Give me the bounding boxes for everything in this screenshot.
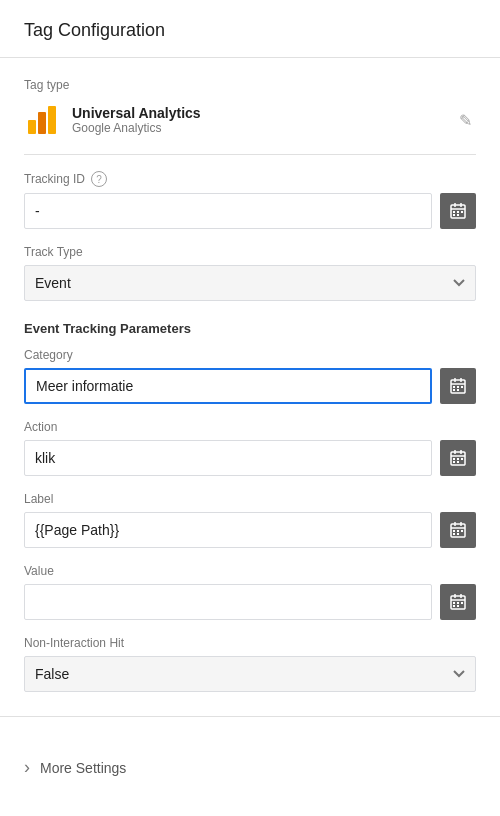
- tracking-id-label: Tracking ID ?: [24, 171, 476, 187]
- svg-rect-10: [453, 214, 455, 216]
- label-label: Label: [24, 492, 476, 506]
- label-input[interactable]: [24, 512, 432, 548]
- svg-rect-25: [453, 458, 455, 460]
- svg-rect-8: [457, 211, 459, 213]
- svg-rect-17: [457, 386, 459, 388]
- tag-type-row: Universal Analytics Google Analytics ✎: [24, 102, 476, 138]
- tracking-id-group: Tracking ID ?: [24, 171, 476, 229]
- svg-rect-38: [457, 533, 459, 535]
- more-settings-row[interactable]: › More Settings: [0, 741, 500, 794]
- svg-rect-19: [453, 389, 455, 391]
- tracking-id-input-row: [24, 193, 476, 229]
- calendar-icon: [449, 202, 467, 220]
- category-input-row: [24, 368, 476, 404]
- label-input-row: [24, 512, 476, 548]
- tracking-id-help-icon[interactable]: ?: [91, 171, 107, 187]
- calendar-icon: [449, 377, 467, 395]
- action-input-row: [24, 440, 476, 476]
- non-interaction-label: Non-Interaction Hit: [24, 636, 476, 650]
- analytics-icon: [24, 102, 60, 138]
- label-group: Label: [24, 492, 476, 548]
- more-settings-label: More Settings: [40, 760, 126, 776]
- calendar-icon: [449, 593, 467, 611]
- divider-1: [24, 154, 476, 155]
- svg-rect-9: [461, 211, 463, 213]
- value-calendar-button[interactable]: [440, 584, 476, 620]
- bottom-divider-1: [0, 716, 500, 717]
- tracking-id-input[interactable]: [24, 193, 432, 229]
- svg-rect-43: [453, 602, 455, 604]
- calendar-icon: [449, 449, 467, 467]
- page-header: Tag Configuration: [0, 0, 500, 58]
- calendar-icon: [449, 521, 467, 539]
- svg-rect-0: [28, 120, 36, 134]
- action-group: Action: [24, 420, 476, 476]
- svg-rect-45: [461, 602, 463, 604]
- tag-name: Universal Analytics: [72, 105, 443, 121]
- non-interaction-group: Non-Interaction Hit False True: [24, 636, 476, 692]
- svg-rect-47: [457, 605, 459, 607]
- category-calendar-button[interactable]: [440, 368, 476, 404]
- value-group: Value: [24, 564, 476, 620]
- main-content: Tag type Universal Analytics Google Anal…: [0, 78, 500, 692]
- label-calendar-button[interactable]: [440, 512, 476, 548]
- svg-rect-7: [453, 211, 455, 213]
- tag-configuration-page: Tag Configuration Tag type Universal Ana…: [0, 0, 500, 816]
- svg-rect-36: [461, 530, 463, 532]
- action-input[interactable]: [24, 440, 432, 476]
- svg-rect-1: [38, 112, 46, 134]
- event-tracking-title: Event Tracking Parameters: [24, 321, 476, 336]
- action-calendar-button[interactable]: [440, 440, 476, 476]
- svg-rect-16: [453, 386, 455, 388]
- svg-rect-34: [453, 530, 455, 532]
- tracking-id-calendar-button[interactable]: [440, 193, 476, 229]
- svg-rect-26: [457, 458, 459, 460]
- svg-rect-35: [457, 530, 459, 532]
- track-type-input-row: Event Page View Transaction Item Social …: [24, 265, 476, 301]
- tag-subtitle: Google Analytics: [72, 121, 443, 135]
- svg-rect-37: [453, 533, 455, 535]
- more-settings-chevron-icon: ›: [24, 757, 30, 778]
- category-input[interactable]: [24, 368, 432, 404]
- svg-rect-20: [457, 389, 459, 391]
- edit-icon[interactable]: ✎: [455, 107, 476, 134]
- page-title: Tag Configuration: [24, 20, 476, 41]
- svg-rect-27: [461, 458, 463, 460]
- svg-rect-11: [457, 214, 459, 216]
- tag-type-label: Tag type: [24, 78, 476, 92]
- svg-rect-18: [461, 386, 463, 388]
- track-type-select[interactable]: Event Page View Transaction Item Social …: [24, 265, 476, 301]
- track-type-label: Track Type: [24, 245, 476, 259]
- value-input-row: [24, 584, 476, 620]
- tag-info: Universal Analytics Google Analytics: [72, 105, 443, 135]
- value-input[interactable]: [24, 584, 432, 620]
- category-label: Category: [24, 348, 476, 362]
- track-type-group: Track Type Event Page View Transaction I…: [24, 245, 476, 301]
- svg-rect-46: [453, 605, 455, 607]
- action-label: Action: [24, 420, 476, 434]
- value-label: Value: [24, 564, 476, 578]
- svg-rect-28: [453, 461, 455, 463]
- non-interaction-input-row: False True: [24, 656, 476, 692]
- non-interaction-select[interactable]: False True: [24, 656, 476, 692]
- svg-rect-29: [457, 461, 459, 463]
- svg-rect-2: [48, 106, 56, 134]
- category-group: Category: [24, 348, 476, 404]
- svg-rect-44: [457, 602, 459, 604]
